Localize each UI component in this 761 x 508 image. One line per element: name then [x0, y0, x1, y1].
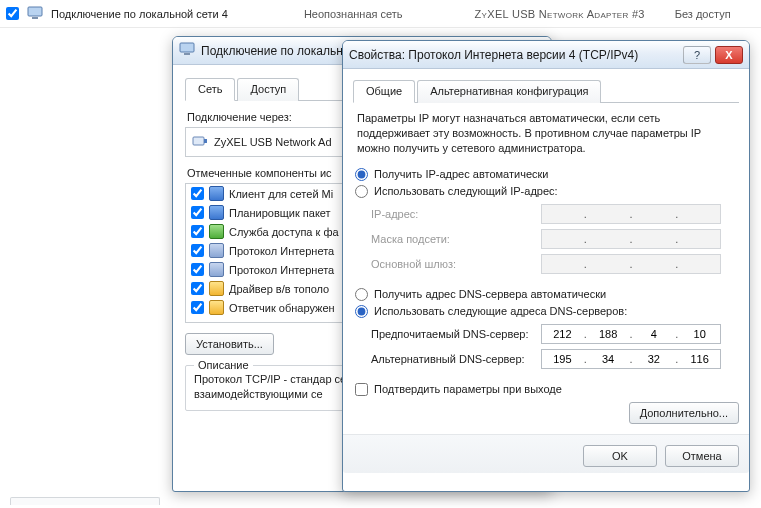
network-status: Неопознанная сеть — [304, 8, 403, 20]
ip-input: . . . — [541, 204, 721, 224]
client-icon — [209, 186, 224, 201]
dialog-footer: OK Отмена — [343, 434, 749, 473]
dns-pref-input[interactable]: . . . — [541, 324, 721, 344]
dns-auto-radio[interactable] — [355, 288, 368, 301]
window-title: Свойства: Протокол Интернета версии 4 (T… — [349, 48, 677, 62]
install-button[interactable]: Установить... — [185, 333, 274, 355]
gateway-label: Основной шлюз: — [371, 258, 531, 270]
item-checkbox[interactable] — [191, 244, 204, 257]
connection-checkbox[interactable] — [6, 7, 19, 20]
octet[interactable] — [634, 325, 675, 343]
item-label: Служба доступа к фа — [229, 226, 339, 238]
adapter-icon — [192, 133, 208, 151]
item-label: Драйвер в/в тополо — [229, 283, 329, 295]
mask-label: Маска подсети: — [371, 233, 531, 245]
svg-rect-0 — [28, 7, 42, 16]
confirm-on-exit-label: Подтвердить параметры при выходе — [374, 383, 562, 395]
driver-icon — [209, 281, 224, 296]
panel-edge — [10, 497, 160, 505]
service-icon — [209, 224, 224, 239]
item-label: Протокол Интернета — [229, 245, 334, 257]
item-checkbox[interactable] — [191, 187, 204, 200]
item-checkbox[interactable] — [191, 206, 204, 219]
octet[interactable] — [542, 350, 583, 368]
gateway-input: . . . — [541, 254, 721, 274]
dns-alt-input[interactable]: . . . — [541, 349, 721, 369]
ip-auto-label: Получить IP-адрес автоматически — [374, 168, 548, 180]
help-button[interactable]: ? — [683, 46, 711, 64]
item-label: Ответчик обнаружен — [229, 302, 335, 314]
dns-auto-label: Получить адрес DNS-сервера автоматически — [374, 288, 606, 300]
titlebar[interactable]: Свойства: Протокол Интернета версии 4 (T… — [343, 41, 749, 69]
item-checkbox[interactable] — [191, 282, 204, 295]
protocol-icon — [209, 243, 224, 258]
item-label: Планировщик пакет — [229, 207, 331, 219]
item-checkbox[interactable] — [191, 263, 204, 276]
dns-pref-label: Предпочитаемый DNS-сервер: — [371, 328, 531, 340]
item-checkbox[interactable] — [191, 225, 204, 238]
dns-manual-radio[interactable] — [355, 305, 368, 318]
description-title: Описание — [194, 359, 253, 371]
confirm-on-exit-checkbox[interactable] — [355, 383, 368, 396]
svg-rect-2 — [180, 43, 194, 52]
svg-rect-3 — [184, 53, 190, 55]
ok-button[interactable]: OK — [583, 445, 657, 467]
access-level: Без доступ — [675, 8, 731, 20]
item-checkbox[interactable] — [191, 301, 204, 314]
svg-rect-5 — [204, 139, 207, 143]
tab-access[interactable]: Доступ — [237, 78, 299, 101]
octet[interactable] — [542, 325, 583, 343]
tab-network[interactable]: Сеть — [185, 78, 235, 101]
ip-auto-radio[interactable] — [355, 168, 368, 181]
dns-manual-label: Использовать следующие адреса DNS-сервер… — [374, 305, 627, 317]
item-label: Протокол Интернета — [229, 264, 334, 276]
monitor-icon — [179, 41, 195, 60]
svg-rect-4 — [193, 137, 204, 145]
octet[interactable] — [679, 325, 720, 343]
monitor-icon — [27, 5, 43, 23]
info-text: Параметры IP могут назначаться автоматич… — [357, 111, 735, 156]
svg-rect-1 — [32, 17, 38, 19]
ip-manual-label: Использовать следующий IP-адрес: — [374, 185, 558, 197]
cancel-button[interactable]: Отмена — [665, 445, 739, 467]
tab-alt-config[interactable]: Альтернативная конфигурация — [417, 80, 601, 103]
ipv4-properties-window: Свойства: Протокол Интернета версии 4 (T… — [342, 40, 750, 492]
responder-icon — [209, 300, 224, 315]
dns-alt-label: Альтернативный DNS-сервер: — [371, 353, 531, 365]
device-name: ZyXEL USB Network Adapter #3 — [475, 8, 645, 20]
tabs: Общие Альтернативная конфигурация — [353, 79, 739, 103]
octet[interactable] — [588, 325, 629, 343]
adapter-name: ZyXEL USB Network Ad — [214, 136, 332, 148]
tab-general[interactable]: Общие — [353, 80, 415, 103]
close-button[interactable]: X — [715, 46, 743, 64]
octet[interactable] — [634, 350, 675, 368]
connection-list-row: Подключение по локальной сети 4 Неопозна… — [0, 0, 761, 28]
ip-manual-radio[interactable] — [355, 185, 368, 198]
connection-name: Подключение по локальной сети 4 — [51, 8, 228, 20]
octet[interactable] — [679, 350, 720, 368]
ip-label: IP-адрес: — [371, 208, 531, 220]
item-label: Клиент для сетей Mi — [229, 188, 333, 200]
scheduler-icon — [209, 205, 224, 220]
advanced-button[interactable]: Дополнительно... — [629, 402, 739, 424]
mask-input: . . . — [541, 229, 721, 249]
protocol-icon — [209, 262, 224, 277]
octet[interactable] — [588, 350, 629, 368]
